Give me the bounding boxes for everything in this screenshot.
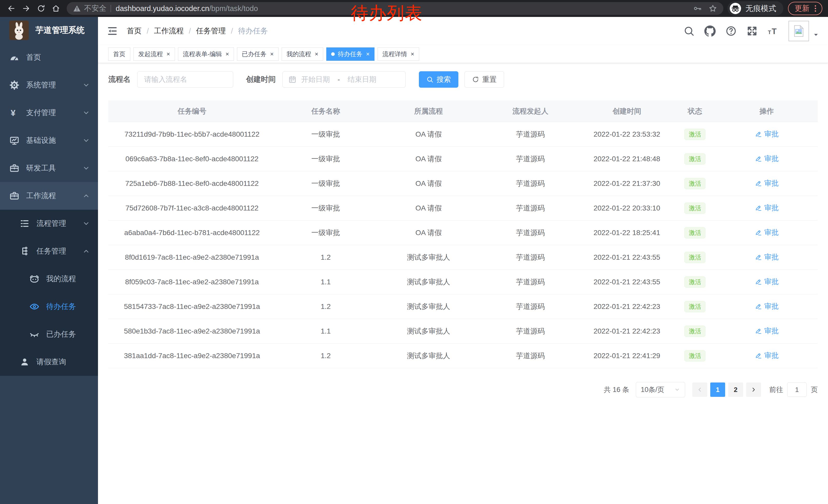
cell-task-id: 8f0d1619-7ac8-11ec-a9e2-a2380e71991a xyxy=(108,253,276,262)
chevron-down-icon xyxy=(82,81,90,89)
approve-link[interactable]: 审批 xyxy=(755,203,779,213)
breadcrumb-item[interactable]: 任务管理 xyxy=(196,26,226,36)
close-icon[interactable]: × xyxy=(270,51,274,57)
pagination-page-1[interactable]: 1 xyxy=(710,382,725,397)
tab-process-detail[interactable]: 流程详情× xyxy=(378,47,419,61)
cell-task-name: 1.2 xyxy=(276,352,376,360)
close-icon[interactable]: × xyxy=(166,51,170,57)
tab-home[interactable]: 首页 xyxy=(108,47,130,61)
cell-actions: 审批 xyxy=(716,252,818,263)
sidebar-item-infrastructure[interactable]: 基础设施 xyxy=(0,127,98,154)
select-chevron-down-icon xyxy=(674,386,680,393)
close-icon[interactable]: × xyxy=(225,51,229,57)
sidebar-item-my-process[interactable]: 我的流程 xyxy=(0,265,98,293)
avatar-caret-down-icon[interactable] xyxy=(813,32,819,38)
sidebar-item-label: 系统管理 xyxy=(26,80,56,90)
sidebar-item-done-tasks[interactable]: 已办任务 xyxy=(0,320,98,348)
date-range-picker[interactable]: 开始日期 - 结束日期 xyxy=(282,71,406,88)
pagination-next-button[interactable] xyxy=(746,382,761,397)
sidebar-item-task-management[interactable]: 任务管理 xyxy=(0,237,98,265)
table-row: a6aba0a4-7b6d-11ec-b781-acde48001122一级审批… xyxy=(108,221,818,245)
fullscreen-icon[interactable] xyxy=(746,26,758,37)
edit-pencil-icon xyxy=(755,254,762,261)
sidebar-item-workflow[interactable]: 工作流程 xyxy=(0,182,98,210)
cell-starter: 芋道源码 xyxy=(482,253,579,262)
font-size-icon[interactable]: TT xyxy=(768,26,779,37)
browser-home-icon[interactable] xyxy=(50,3,61,14)
search-button[interactable]: 搜索 xyxy=(419,71,458,88)
avatar[interactable] xyxy=(788,21,809,41)
approve-link[interactable]: 审批 xyxy=(755,302,779,311)
tab-start-process[interactable]: 发起流程× xyxy=(133,47,175,61)
app-logo[interactable]: 芋道管理系统 xyxy=(0,17,98,44)
sidebar-item-label: 待办任务 xyxy=(46,302,76,312)
cell-actions: 审批 xyxy=(716,129,818,139)
help-icon[interactable] xyxy=(726,26,737,37)
process-name-input[interactable] xyxy=(137,71,233,88)
browser-reload-icon[interactable] xyxy=(35,3,47,14)
reset-button[interactable]: 重置 xyxy=(464,71,504,88)
status-badge: 激活 xyxy=(685,227,705,238)
goto-page-input[interactable] xyxy=(787,382,807,397)
sidebar-item-system-management[interactable]: 系统管理 xyxy=(0,71,98,99)
bookmark-star-icon[interactable] xyxy=(708,4,717,13)
svg-text:¥: ¥ xyxy=(11,108,16,118)
sidebar-item-payment-management[interactable]: ¥支付管理 xyxy=(0,99,98,127)
close-icon[interactable]: × xyxy=(411,51,414,57)
header-search-icon[interactable] xyxy=(683,26,695,37)
sidebar-item-label: 已办任务 xyxy=(46,329,76,339)
workflow-icon xyxy=(9,191,19,201)
approve-link[interactable]: 审批 xyxy=(755,154,779,164)
task-management-icon xyxy=(19,246,30,256)
approve-link[interactable]: 审批 xyxy=(755,277,779,287)
cell-created-time: 2022-01-21 22:41:29 xyxy=(579,352,675,360)
sidebar-item-process-management[interactable]: 流程管理 xyxy=(0,210,98,237)
browser-update-button[interactable]: 更新 xyxy=(788,2,822,15)
chevron-down-icon xyxy=(82,164,90,172)
sidebar-item-dev-tools[interactable]: 研发工具 xyxy=(0,154,98,182)
sidebar-item-home[interactable]: 首页 xyxy=(0,44,98,71)
main-area: 首页/工作流程/任务管理/待办任务 TT 首页发起流程×流程表单- xyxy=(98,17,828,504)
sidebar-item-leave-query[interactable]: 请假查询 xyxy=(0,348,98,376)
tab-form-edit[interactable]: 流程表单-编辑× xyxy=(178,47,234,61)
password-key-icon[interactable] xyxy=(693,4,702,13)
start-date-placeholder: 开始日期 xyxy=(301,75,330,84)
approve-link[interactable]: 审批 xyxy=(755,326,779,336)
sidebar-collapse-icon[interactable] xyxy=(107,26,118,37)
sidebar-item-label: 基础设施 xyxy=(26,135,56,146)
tab-todo-tasks[interactable]: 待办任务× xyxy=(326,47,374,61)
status-badge: 激活 xyxy=(685,178,705,189)
pagination-page-2[interactable]: 2 xyxy=(728,382,743,397)
close-icon[interactable]: × xyxy=(315,51,318,57)
browser-menu-dots-icon[interactable] xyxy=(811,4,820,13)
goto-label: 前往 xyxy=(769,385,783,394)
browser-forward-icon[interactable] xyxy=(20,3,32,14)
status-badge: 激活 xyxy=(685,153,705,165)
cell-process: 测试多审批人 xyxy=(376,253,482,262)
close-icon[interactable]: × xyxy=(366,51,370,57)
table-row: 73211d9d-7b9b-11ec-b5b7-acde48001122一级审批… xyxy=(108,122,818,147)
leave-query-icon xyxy=(19,357,30,367)
approve-link[interactable]: 审批 xyxy=(755,178,779,188)
cell-actions: 审批 xyxy=(716,351,818,361)
approve-link[interactable]: 审批 xyxy=(755,228,779,237)
github-icon[interactable] xyxy=(704,26,716,37)
page-size-select[interactable]: 10条/页 xyxy=(636,382,685,397)
approve-link[interactable]: 审批 xyxy=(755,351,779,360)
cell-actions: 审批 xyxy=(716,326,818,336)
pagination-prev-button[interactable] xyxy=(692,382,707,397)
edit-pencil-icon xyxy=(755,204,762,212)
breadcrumb-item[interactable]: 工作流程 xyxy=(154,26,184,36)
breadcrumb-item[interactable]: 首页 xyxy=(127,26,141,36)
chevron-down-icon xyxy=(82,220,90,228)
sidebar-item-todo-tasks[interactable]: 待办任务 xyxy=(0,293,98,320)
cell-status: 激活 xyxy=(674,301,715,312)
browser-back-icon[interactable] xyxy=(6,3,17,14)
tab-done-tasks[interactable]: 已办任务× xyxy=(237,47,279,61)
tab-my-process[interactable]: 我的流程× xyxy=(282,47,323,61)
approve-link[interactable]: 审批 xyxy=(755,129,779,139)
breadcrumb-separator: / xyxy=(231,27,233,35)
approve-link[interactable]: 审批 xyxy=(755,252,779,262)
column-header-task-name: 任务名称 xyxy=(276,106,376,116)
edit-pencil-icon xyxy=(755,131,762,138)
